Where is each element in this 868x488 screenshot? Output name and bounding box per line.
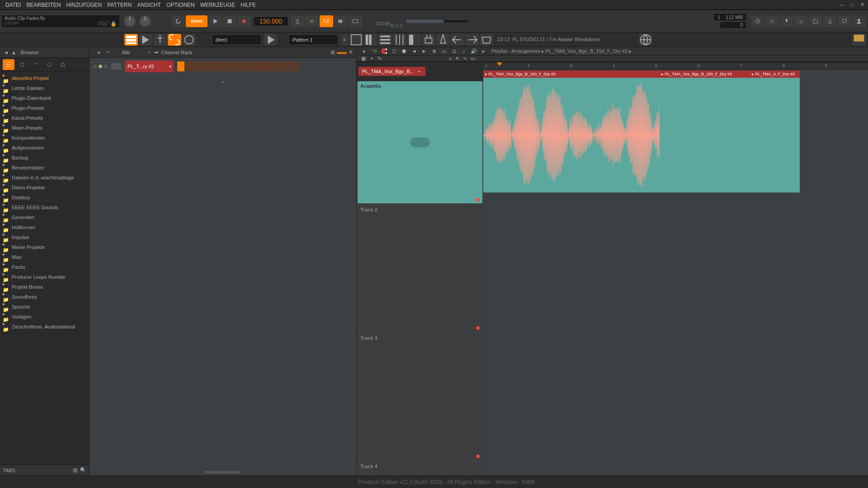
track-header-3[interactable]: Track 3	[358, 333, 482, 460]
view-channel-rack-icon[interactable]	[378, 34, 392, 46]
undo-history-icon[interactable]	[751, 15, 764, 27]
browser-item[interactable]: ▸📁Impulse	[0, 232, 89, 242]
browser-search-icon[interactable]: 🔍	[80, 467, 86, 473]
maximize-button[interactable]: □	[848, 1, 856, 8]
time-display[interactable]: 0:00:46	[376, 13, 390, 30]
undo-icon[interactable]	[451, 34, 464, 46]
globe-icon[interactable]	[639, 34, 652, 46]
countdown-icon[interactable]: ⟲	[305, 15, 319, 27]
browser-item[interactable]: ▸📁EEEE EEEE Sounds	[0, 202, 89, 212]
pl-add-icon[interactable]: +	[370, 56, 373, 61]
playlist-timeline[interactable]: 12345678910 ▸ PL_TMA_Vox_Bgv_B_150_F_Dry…	[483, 62, 868, 488]
browser-item[interactable]: ▸📁Plugin-Presets	[0, 103, 89, 113]
minimize-button[interactable]: —	[838, 1, 846, 8]
pl-link-icon[interactable]: ⬡	[390, 47, 399, 55]
pl-grid-icon[interactable]: ▦	[361, 56, 366, 61]
browser-item[interactable]: ▸📁Aktuelles Projekt	[0, 73, 89, 83]
touch-icon[interactable]	[153, 34, 167, 46]
back-icon[interactable]: ◄	[4, 50, 9, 55]
tempo-display[interactable]: 130.000	[253, 16, 288, 26]
shop-icon[interactable]	[480, 34, 493, 46]
song-mode-button[interactable]: SONG	[186, 15, 208, 27]
browser-menu-icon[interactable]: ▥	[73, 467, 77, 473]
browser-item[interactable]: ▸📁Meine Projekte	[0, 242, 89, 252]
ch-opts-icon[interactable]: ▬▬	[337, 49, 347, 55]
view-mixer-icon[interactable]	[393, 34, 406, 46]
menu-help[interactable]: HILFE	[238, 2, 259, 8]
browser-item[interactable]: ▸📁Backup	[0, 153, 89, 163]
browser-item[interactable]: ▸📁Aufgenommen	[0, 143, 89, 153]
metronome-icon[interactable]	[291, 15, 304, 27]
loop-record-icon[interactable]	[349, 15, 362, 27]
pl-menu-icon[interactable]: ▸	[479, 47, 488, 55]
menu-add[interactable]: HINZUFÜGEN	[63, 2, 104, 8]
browser-tab-sounds[interactable]	[30, 59, 42, 70]
plugin-icon[interactable]	[422, 34, 435, 46]
midi-icon[interactable]	[182, 34, 196, 46]
track-2-arm[interactable]	[476, 326, 480, 330]
pattern-selector[interactable]: Pattern 1	[288, 34, 338, 45]
browser-item[interactable]: ▸📁Hüllkurven	[0, 222, 89, 232]
export-icon[interactable]	[823, 15, 837, 27]
pl-x-icon[interactable]: ✕	[455, 56, 459, 61]
channel-row[interactable]: PL_T...ry #2+	[90, 58, 356, 75]
pl-vol-icon[interactable]: 🔊	[469, 47, 478, 55]
browser-tab-plugins[interactable]	[16, 59, 28, 70]
browser-tree[interactable]: ▸📁Aktuelles Projekt▸📁Letzte Dateien▸📁Plu…	[0, 71, 89, 465]
menu-view[interactable]: ANSICHT	[134, 2, 164, 8]
sync-icon[interactable]	[171, 15, 185, 27]
pl-pencil-icon[interactable]: ✎	[377, 56, 382, 61]
track-header-1[interactable]: Acapella	[358, 81, 482, 203]
pl-zoom-icon[interactable]: ⊕	[429, 47, 439, 55]
browser-item[interactable]: ▸📁Producer Loops Rumble	[0, 272, 89, 282]
timeline-ruler[interactable]: 12345678910	[483, 62, 868, 70]
pl-block-icon[interactable]: ▭	[471, 56, 475, 61]
render-icon[interactable]	[794, 15, 808, 27]
pl-fit-icon[interactable]: ⊡	[449, 47, 458, 55]
menu-pattern[interactable]: PATTERN	[104, 2, 134, 8]
playlist-breadcrumb[interactable]: Playlist - Arrangement ▸ PL_TMA_Vox_Bgv_…	[491, 48, 632, 54]
pl-prev-icon[interactable]: ◄	[410, 47, 419, 55]
tools-icon[interactable]	[765, 15, 779, 27]
tempo-tap-icon[interactable]	[436, 34, 450, 46]
track-1-solo[interactable]	[476, 198, 480, 202]
browser-item[interactable]: ▸📁Projekt-Bones	[0, 282, 89, 292]
browser-tab-refresh[interactable]	[43, 59, 55, 70]
browser-item[interactable]: ▸📁Vorlagen	[0, 312, 89, 322]
audio-clip-3[interactable]: ▸ PL_TMA_V..F_Dry #2	[750, 70, 800, 192]
play-button[interactable]	[208, 15, 222, 27]
track-1-mute[interactable]	[471, 198, 474, 202]
playlist-view-button[interactable]	[124, 34, 138, 46]
browser-item[interactable]: ▸📁Desktop	[0, 192, 89, 202]
menu-options[interactable]: OPTIONEN	[164, 2, 198, 8]
channel-add-button[interactable]: +	[90, 78, 356, 87]
audio-clip-2[interactable]: ▸ PL_TMA_Vox_Bgv_B_150_F_Dry #2	[660, 70, 750, 192]
close-button[interactable]: ✕	[858, 1, 866, 8]
browser-item[interactable]: ▸📁Kanal-Presets	[0, 113, 89, 123]
channel-scroll[interactable]	[205, 471, 241, 474]
menu-file[interactable]: DATEI	[3, 2, 24, 8]
channel-name[interactable]: PL_T...ry #2+	[125, 61, 174, 72]
pl-snap-icon[interactable]: ♪	[459, 47, 468, 55]
menu-edit[interactable]: BEARBEITEN	[24, 2, 63, 8]
ch-prev-icon[interactable]: ◄	[96, 50, 101, 55]
pattern-add-button[interactable]: +	[340, 34, 349, 46]
browser-item[interactable]: ▸📁Packs	[0, 262, 89, 272]
track-header-2[interactable]: Track 2	[358, 205, 482, 332]
browser-item[interactable]: ▸📁Letzte Dateien	[0, 83, 89, 93]
save-icon[interactable]	[809, 15, 822, 27]
mic-icon[interactable]	[780, 15, 793, 27]
pl-magnet-icon[interactable]: 🧲	[380, 47, 389, 55]
browser-item[interactable]: ▸📁Kompositionen	[0, 133, 89, 143]
pattern-chip[interactable]: PL_TMA_Vox_Bgv_B...↔	[359, 67, 425, 76]
pl-lock-icon[interactable]: ⬢	[400, 47, 409, 55]
next-button[interactable]	[139, 34, 152, 46]
redo-icon[interactable]	[465, 34, 479, 46]
ch-next-icon[interactable]: ↩	[106, 49, 110, 55]
view-piano-roll-icon[interactable]	[364, 34, 377, 46]
ch-filter[interactable]: Alle	[122, 50, 130, 55]
ch-close-icon[interactable]: ✕	[349, 49, 353, 55]
track-3-arm[interactable]	[476, 455, 480, 458]
browser-item[interactable]: ▸📁Sprache	[0, 302, 89, 312]
browser-item[interactable]: ▸📁Misc	[0, 252, 89, 262]
